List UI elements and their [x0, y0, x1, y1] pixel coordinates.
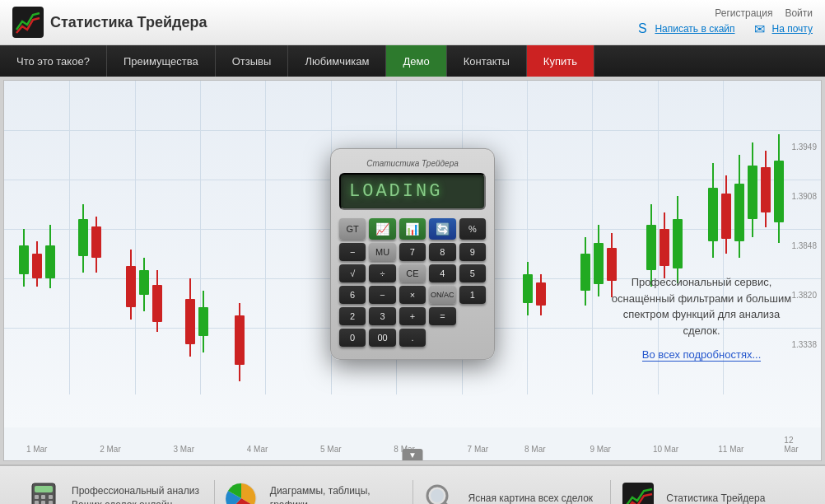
candle	[152, 270, 162, 332]
date-label: 3 Mar	[173, 445, 194, 454]
navigation: Что это такое? Преимущества Отзывы Любим…	[0, 45, 825, 77]
calc-btn-minus-mid[interactable]: −	[369, 285, 395, 303]
svg-rect-5	[49, 495, 53, 499]
nav-item-what[interactable]: Что это такое?	[0, 45, 107, 77]
price-label: 1.3908	[791, 192, 817, 201]
calc-btn-multiply[interactable]: ×	[399, 285, 426, 303]
calc-btn-0[interactable]: 0	[339, 328, 366, 346]
scroll-arrow[interactable]: ▼	[403, 449, 423, 460]
calc-btn-percent[interactable]: %	[459, 217, 486, 239]
date-label: 12 Mar	[784, 436, 809, 454]
svg-rect-7	[41, 501, 45, 504]
date-label: 1 Mar	[26, 445, 48, 454]
bottom-text-analysis: Профессиональный анализ Ваших сделок онл…	[72, 484, 206, 504]
svg-point-14	[431, 489, 444, 502]
calc-btn-ce[interactable]: CE	[399, 264, 426, 282]
calc-btn-7[interactable]: 7	[399, 242, 426, 260]
nav-item-buy[interactable]: Купить	[527, 45, 594, 77]
nav-item-favorites[interactable]: Любимчикам	[288, 45, 386, 77]
candle	[185, 278, 195, 357]
calc-btn-chart1[interactable]: 📈	[369, 217, 395, 239]
calc-btn-divide[interactable]: ÷	[369, 264, 395, 282]
skype-icon: S	[634, 21, 650, 37]
logo-text: Статистика Трейдера	[50, 14, 207, 31]
calc-btn-4[interactable]: 4	[429, 264, 456, 282]
candle	[761, 151, 771, 227]
bottom-item-charts: Диаграммы, таблицы, графики	[215, 480, 413, 505]
candle	[78, 204, 88, 273]
date-label: 10 Mar	[653, 445, 678, 454]
svg-rect-3	[35, 495, 39, 499]
candle	[139, 258, 149, 311]
svg-rect-4	[41, 495, 45, 499]
nav-item-reviews[interactable]: Отзывы	[216, 45, 289, 77]
price-label: 1.3848	[791, 241, 817, 250]
date-label: 2 Mar	[100, 445, 121, 454]
svg-rect-6	[35, 501, 39, 504]
calc-btn-5[interactable]: 5	[459, 264, 486, 282]
calc-btn-3[interactable]: 3	[369, 306, 395, 324]
candle	[660, 212, 669, 278]
email-icon: ✉	[752, 21, 768, 37]
header-contacts: S Написать в скайп ✉ На почту	[634, 21, 813, 37]
email-label[interactable]: На почту	[772, 23, 813, 35]
calc-display: LOADING	[339, 172, 486, 209]
calculator-icon	[25, 480, 62, 505]
candle	[594, 225, 604, 296]
candle	[126, 250, 136, 320]
logo-icon	[12, 7, 44, 38]
date-label: 5 Mar	[320, 445, 342, 454]
calc-btn-8[interactable]: 8	[429, 242, 456, 260]
bottom-text-stats: Статистика Трейдера	[666, 492, 765, 504]
date-label: 4 Mar	[247, 445, 268, 454]
candle	[708, 163, 718, 258]
calc-brand: Статистика Трейдера	[339, 158, 486, 167]
calc-btn-9[interactable]: 9	[459, 242, 486, 260]
calc-btn-equals[interactable]: =	[429, 306, 456, 324]
main-content: 1.3949 1.3908 1.3848 1.3820 1.3338 1 Mar…	[3, 80, 822, 461]
candle	[774, 134, 784, 243]
candle	[748, 142, 757, 237]
calc-btn-chart2[interactable]: 📊	[399, 217, 426, 239]
candle	[45, 225, 55, 288]
register-link[interactable]: Регистрация	[715, 7, 772, 19]
calc-btn-dot[interactable]: .	[399, 328, 426, 346]
calc-btn-6[interactable]: 6	[339, 285, 366, 303]
right-info-description: Профессиональный сервис, оснащённый филь…	[607, 274, 796, 338]
candle	[91, 217, 101, 273]
bottom-text-magnifier: Ясная картина всех сделок	[468, 492, 594, 504]
candle	[673, 196, 683, 283]
calc-btn-2[interactable]: 2	[339, 306, 366, 324]
bottom-item-stats: Статистика Трейдера	[611, 480, 809, 505]
nav-item-advantages[interactable]: Преимущества	[107, 45, 216, 77]
skype-contact: S Написать в скайп	[634, 21, 734, 37]
calc-btn-minus-top[interactable]: −	[339, 242, 366, 260]
calc-buttons: GT 📈 📊 🔄 % − MU 7 8 9 √ ÷ CE 4 5 6 − × O…	[339, 217, 486, 346]
calc-btn-plus[interactable]: +	[399, 306, 426, 324]
svg-rect-8	[49, 501, 53, 504]
date-label: 11 Mar	[718, 445, 743, 454]
calc-btn-00[interactable]: 00	[369, 328, 395, 346]
calc-btn-mu[interactable]: MU	[369, 242, 395, 260]
nav-item-contacts[interactable]: Контакты	[447, 45, 527, 77]
calc-btn-gt[interactable]: GT	[339, 217, 366, 239]
stats-icon	[619, 480, 656, 505]
calc-display-text: LOADING	[349, 180, 442, 201]
candle	[721, 175, 731, 254]
calc-btn-1[interactable]: 1	[459, 285, 486, 303]
calc-btn-onac[interactable]: ON/AC	[429, 285, 456, 303]
date-label: 9 Mar	[590, 445, 611, 454]
right-info-link[interactable]: Во всех подробностях...	[642, 348, 762, 362]
calc-btn-sqrt[interactable]: √	[339, 264, 366, 282]
calc-btn-rotate[interactable]: 🔄	[429, 217, 456, 239]
nav-item-demo[interactable]: Демо	[386, 45, 446, 77]
candle	[523, 262, 533, 315]
header-right: Регистрация Войти S Написать в скайп ✉ Н…	[634, 7, 813, 37]
candle	[19, 229, 29, 287]
bottom-bar: Профессиональный анализ Ваших сделок онл…	[0, 464, 825, 504]
magnifier-icon	[422, 480, 459, 505]
price-label: 1.3949	[791, 142, 817, 152]
svg-rect-2	[35, 486, 53, 492]
login-link[interactable]: Войти	[785, 7, 813, 19]
skype-label[interactable]: Написать в скайп	[655, 23, 734, 35]
